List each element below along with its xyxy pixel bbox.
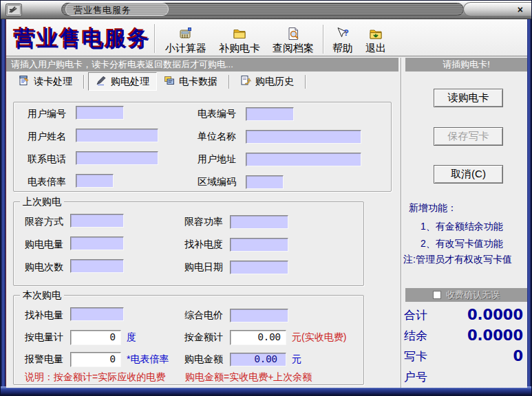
purchase-form: 用户编号 电表编号 用户姓名 单位名称 联系电话 用户地址 (6, 91, 399, 388)
insert-card-prompt: 请插购电卡! (405, 58, 527, 72)
region-code-field (246, 175, 284, 189)
tab-label: 购电历史 (255, 76, 294, 88)
card-folder-icon (233, 26, 246, 41)
side-panel: 请插购电卡! 读购电卡 保存写卡 取消(C) 新增功能： 1、有金额结余功能 2… (403, 58, 527, 388)
adjust-energy-field (70, 307, 124, 321)
toolbar-label: 帮助 (332, 42, 353, 55)
unit-label: 元(实收电费) (292, 331, 346, 344)
read-card-button[interactable]: 读购电卡 (434, 89, 503, 107)
field-label: 限容功率 (184, 216, 230, 228)
tab-separator (228, 75, 229, 89)
toolbar-separator (323, 25, 323, 54)
toolbar-label: 小计算器 (165, 42, 206, 55)
archive-search-icon (286, 26, 300, 41)
field-label: 区域编码 (198, 176, 246, 188)
field-label: 购电次数 (25, 261, 70, 274)
group-title: 本次购电 (20, 289, 64, 302)
field-label: 单位名称 (198, 131, 246, 143)
page-title: 营业售电服务 (14, 25, 151, 54)
toolbar-calculator-button[interactable]: 小计算器 (159, 26, 213, 55)
panel-divider (401, 58, 401, 388)
summary-row-account: 户号 (404, 368, 523, 385)
summary-value: 0 (513, 348, 523, 364)
tab-history[interactable]: 购电历史 (233, 73, 301, 90)
purchase-count-field (70, 259, 124, 273)
tab-label: 读卡处理 (34, 76, 72, 88)
tab-card-data[interactable]: 电卡数据 (157, 73, 224, 90)
feature-item: 2、有改写卡值功能 (421, 238, 503, 250)
meter-id-field (246, 107, 294, 121)
app-window: 营业售电服务 × 营业售电服务 小计算器 补购电卡 (0, 0, 532, 396)
toolbar-label: 补购电卡 (219, 42, 260, 55)
help-icon: ? (336, 26, 350, 41)
adjust-degree-field (230, 238, 288, 252)
field-label: 用户姓名 (28, 131, 76, 143)
limit-power-field (230, 215, 288, 229)
tab-read-card[interactable]: 读卡处理 (12, 73, 79, 90)
summary-label: 结余 (404, 328, 427, 344)
field-label: 用户地址 (198, 153, 246, 166)
header: 营业售电服务 小计算器 补购电卡 (6, 19, 527, 57)
unit-label: 元 (292, 353, 301, 366)
field-label: 购电电量 (25, 239, 70, 251)
toolbar-buy-card-button[interactable]: 补购电卡 (213, 26, 266, 55)
user-info-group: 用户编号 电表编号 用户姓名 单位名称 联系电话 用户地址 (13, 102, 392, 192)
tab-label: 电卡数据 (179, 76, 217, 88)
user-id-field (76, 106, 124, 120)
phone-field (76, 151, 158, 165)
unit-label: *电表倍率 (127, 353, 169, 366)
summary-value: 0.0000 (467, 307, 523, 323)
summary-row-balance: 结余 0.0000 (404, 327, 523, 344)
toolbar-exit-button[interactable]: 退出 (359, 26, 392, 55)
titlebar[interactable]: 营业售电服务 × (1, 1, 532, 19)
note-by-amount: 说明：按金额计=实际应收的电费 (25, 371, 165, 384)
company-name-field (246, 130, 361, 144)
history-icon (240, 75, 251, 88)
window-frame-left (1, 19, 6, 395)
summary-label: 合计 (404, 307, 427, 323)
field-label: 用户编号 (28, 108, 76, 120)
meter-ratio-field (76, 174, 114, 188)
combined-price-field (230, 309, 288, 322)
toolbar-label: 查阅档案 (273, 42, 314, 55)
confirm-bar: 收费确认无误 (405, 288, 527, 302)
last-purchase-group: 上次购电 限容方式 限容功率 购电电量 找补电度 购电次数 购电日期 (13, 201, 364, 286)
toolbar-label: 退出 (365, 42, 386, 55)
field-label: 购电金额 (184, 353, 230, 366)
group-title: 上次购电 (20, 196, 64, 208)
field-label: 购电日期 (184, 261, 230, 274)
toolbar-help-button[interactable]: ? 帮助 (326, 26, 359, 55)
tab-bar: 读卡处理 购电处理 电卡数据 购电历史 (6, 72, 399, 91)
field-label: 找补电度 (184, 239, 230, 251)
unit-label: 度 (127, 331, 136, 344)
alarm-energy-input[interactable]: 0 (70, 352, 121, 367)
header-separator (154, 24, 155, 53)
by-amount-input[interactable]: 0.00 (230, 330, 286, 345)
features-title: 新增功能： (409, 202, 457, 214)
by-energy-input[interactable]: 0 (70, 330, 121, 345)
confirm-checkbox[interactable] (433, 291, 441, 299)
close-button[interactable]: × (518, 4, 523, 15)
features-note: 注:管理员才有权改写卡值 (403, 254, 512, 266)
toolbar: 小计算器 补购电卡 查阅档案 ? (159, 22, 392, 55)
summary-row-total: 合计 0.0000 (404, 307, 523, 323)
window-title: 营业售电服务 (74, 4, 131, 16)
read-card-icon (19, 75, 30, 88)
tab-purchase[interactable]: 购电处理 (88, 72, 157, 91)
toolbar-archive-button[interactable]: 查阅档案 (266, 26, 320, 55)
card-data-icon (164, 75, 175, 88)
field-label: 电表倍率 (28, 176, 76, 188)
cancel-button[interactable]: 取消(C) (434, 165, 503, 184)
limit-mode-field (70, 214, 124, 228)
summary-label: 户号 (404, 369, 427, 385)
save-write-card-button[interactable]: 保存写卡 (434, 127, 503, 146)
user-name-field (76, 129, 158, 142)
tab-separator (305, 75, 306, 89)
current-purchase-group: 本次购电 找补电量 综合电价 按电量计 0 度 按金额计 0.00 元(实收电费… (13, 295, 364, 385)
purchase-date-field (230, 261, 288, 274)
field-label: 按电量计 (25, 331, 70, 344)
window-content: 营业售电服务 小计算器 补购电卡 (6, 19, 527, 388)
tab-separator (83, 75, 84, 89)
exit-icon (369, 26, 383, 41)
svg-text:?: ? (343, 28, 349, 38)
